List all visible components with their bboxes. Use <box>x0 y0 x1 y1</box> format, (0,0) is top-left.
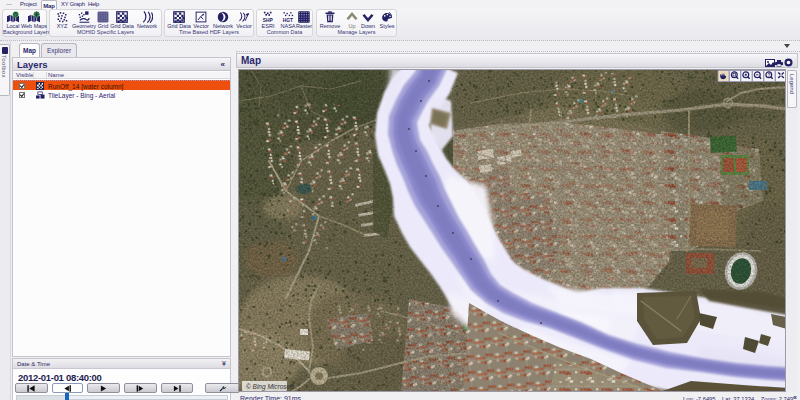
svg-text:© Bing Microsoft: © Bing Microsoft <box>246 383 295 391</box>
svg-text:?: ? <box>767 73 770 78</box>
svg-text:SHP: SHP <box>263 18 274 23</box>
